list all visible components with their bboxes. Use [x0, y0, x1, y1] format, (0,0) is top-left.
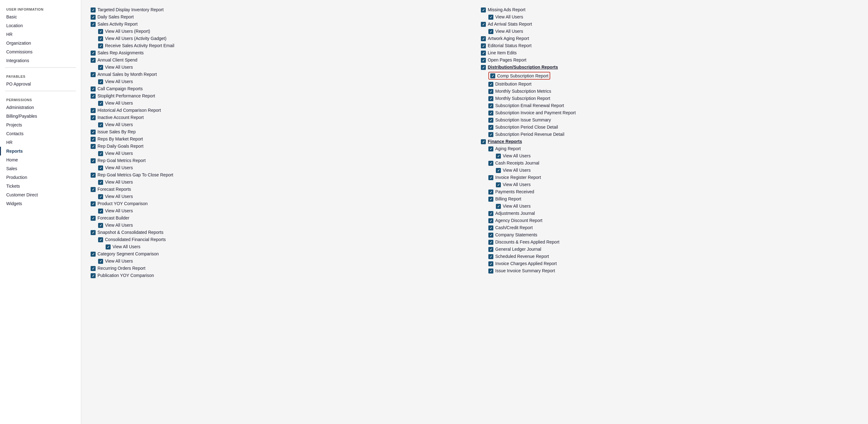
sidebar-item-hr[interactable]: HR — [0, 30, 81, 39]
perm-item[interactable]: Cash Receipts Journal — [481, 160, 859, 167]
perm-item[interactable]: Issue Invoice Summary Report — [481, 267, 859, 274]
perm-item[interactable]: Subscription Period Revenue Detail — [481, 131, 859, 138]
sidebar-item-location[interactable]: Location — [0, 21, 81, 30]
perm-item[interactable]: Sales Rep Assignments — [91, 49, 468, 57]
sidebar-item-integrations[interactable]: Integrations — [0, 56, 81, 65]
perm-item[interactable]: Stoplight Performance Report — [91, 92, 468, 100]
perm-item[interactable]: Rep Goal Metrics Gap To Close Report — [91, 171, 468, 178]
perm-item[interactable]: Call Campaign Reports — [91, 85, 468, 92]
perm-item[interactable]: View All Users — [91, 243, 468, 251]
perm-item[interactable]: View All Users (Report) — [91, 28, 468, 35]
perm-item[interactable]: View All Users — [481, 152, 859, 160]
perm-item[interactable]: View All Users — [91, 64, 468, 71]
perm-item[interactable]: Discounts & Fees Applied Report — [481, 238, 859, 246]
perm-item[interactable]: Monthly Subscription Report — [481, 95, 859, 102]
perm-item[interactable]: View All Users (Activity Gadget) — [91, 35, 468, 42]
perm-item[interactable]: General Ledger Journal — [481, 246, 859, 253]
perm-item[interactable]: Forecast Builder — [91, 215, 468, 222]
perm-item[interactable]: Subscription Issue Summary — [481, 117, 859, 124]
perm-item[interactable]: View All Users — [91, 193, 468, 200]
perm-item[interactable]: View All Users — [91, 222, 468, 229]
perm-item[interactable]: Recurring Orders Report — [91, 265, 468, 272]
sidebar-item-hr2[interactable]: HR — [0, 138, 81, 147]
sidebar-item-po-approval[interactable]: PO Approval — [0, 79, 81, 88]
perm-item[interactable]: Forecast Reports — [91, 186, 468, 193]
perm-item[interactable]: Inactive Account Report — [91, 114, 468, 121]
perm-item[interactable]: View All Users — [91, 100, 468, 107]
perm-item[interactable]: Reps By Market Report — [91, 135, 468, 143]
perm-item[interactable]: Snapshot & Consolidated Reports — [91, 229, 468, 236]
perm-item[interactable]: Invoice Charges Applied Report — [481, 260, 859, 267]
perm-item[interactable]: Aging Report — [481, 145, 859, 152]
perm-item[interactable]: Missing Ads Report — [481, 6, 859, 13]
sidebar-item-sales[interactable]: Sales — [0, 164, 81, 173]
perm-item[interactable]: Payments Received — [481, 188, 859, 195]
sidebar-item-tickets[interactable]: Tickets — [0, 182, 81, 191]
checkbox-icon — [98, 259, 103, 264]
perm-item[interactable]: View All Users — [481, 181, 859, 188]
perm-item[interactable]: Company Statements — [481, 231, 859, 238]
perm-item[interactable]: View All Users — [91, 258, 468, 265]
perm-item[interactable]: Invoice Register Report — [481, 174, 859, 181]
perm-item[interactable]: Ad Arrival Stats Report — [481, 21, 859, 28]
perm-item[interactable]: Rep Goal Metrics Report — [91, 157, 468, 164]
perm-item[interactable]: View All Users — [481, 203, 859, 210]
perm-item[interactable]: View All Users — [481, 13, 859, 21]
perm-item[interactable]: View All Users — [91, 207, 468, 215]
perm-label: Monthly Subscription Report — [495, 96, 550, 101]
checkbox-icon — [91, 158, 96, 163]
perm-item[interactable]: Annual Sales by Month Report — [91, 71, 468, 78]
perm-item[interactable]: View All Users — [91, 164, 468, 171]
perm-item[interactable]: Product YOY Comparison — [91, 200, 468, 207]
section-heading: Finance Reports — [488, 139, 522, 144]
perm-item[interactable]: Subscription Period Close Detail — [481, 124, 859, 131]
sidebar-item-administration[interactable]: Administration — [0, 103, 81, 112]
perm-item[interactable]: Billing Report — [481, 195, 859, 203]
perm-item[interactable]: Monthly Subscription Metrics — [481, 88, 859, 95]
perm-item[interactable]: Category Segment Comparison — [91, 251, 468, 258]
perm-item[interactable]: View All Users — [481, 167, 859, 174]
perm-item[interactable]: Issue Sales By Rep — [91, 128, 468, 135]
perm-item[interactable]: Scheduled Revenue Report — [481, 253, 859, 260]
sidebar-item-organization[interactable]: Organization — [0, 39, 81, 47]
perm-item[interactable]: Distribution Report — [481, 80, 859, 88]
perm-item[interactable]: View All Users — [91, 150, 468, 157]
perm-item[interactable]: Editorial Status Report — [481, 42, 859, 49]
perm-item[interactable]: Subscription Email Renewal Report — [481, 102, 859, 109]
perm-item[interactable]: Daily Sales Report — [91, 13, 468, 21]
perm-item[interactable]: Comp Subscription Report — [481, 71, 859, 80]
perm-item[interactable]: View All Users — [91, 178, 468, 186]
sidebar-item-home[interactable]: Home — [0, 156, 81, 164]
perm-item[interactable]: Cash/Credit Report — [481, 224, 859, 231]
perm-item[interactable]: Rep Daily Goals Report — [91, 143, 468, 150]
perm-item[interactable]: Adjustments Journal — [481, 210, 859, 217]
checkbox-icon — [481, 139, 486, 144]
perm-item[interactable]: Line Item Edits — [481, 49, 859, 57]
perm-item[interactable]: View All Users — [481, 28, 859, 35]
sidebar-item-billing-payables[interactable]: Billing/Payables — [0, 112, 81, 121]
sidebar-item-customer-direct[interactable]: Customer Direct — [0, 191, 81, 199]
checkbox-icon — [488, 132, 493, 137]
perm-item[interactable]: Consolidated Financial Reports — [91, 236, 468, 243]
checkbox-icon — [98, 101, 103, 106]
perm-item[interactable]: Agency Discount Report — [481, 217, 859, 224]
sidebar-item-production[interactable]: Production — [0, 173, 81, 182]
perm-item[interactable]: Open Pages Report — [481, 57, 859, 64]
perm-item[interactable]: Subscription Invoice and Payment Report — [481, 109, 859, 117]
sidebar-item-commissions[interactable]: Commissions — [0, 47, 81, 56]
perm-item[interactable]: Sales Activity Report — [91, 21, 468, 28]
perm-item[interactable]: Receive Sales Activity Report Email — [91, 42, 468, 49]
sidebar-item-projects[interactable]: Projects — [0, 121, 81, 129]
perm-item[interactable]: Artwork Aging Report — [481, 35, 859, 42]
sidebar-item-contacts[interactable]: Contacts — [0, 129, 81, 138]
checkbox-icon — [98, 29, 103, 34]
perm-item[interactable]: Publication YOY Comparison — [91, 272, 468, 279]
perm-item[interactable]: Annual Client Spend — [91, 57, 468, 64]
perm-item[interactable]: View All Users — [91, 78, 468, 85]
perm-item[interactable]: Targeted Display Inventory Report — [91, 6, 468, 13]
perm-item[interactable]: Historical Ad Comparison Report — [91, 107, 468, 114]
sidebar-item-basic[interactable]: Basic — [0, 12, 81, 21]
sidebar-item-widgets[interactable]: Widgets — [0, 199, 81, 208]
perm-item[interactable]: View All Users — [91, 121, 468, 128]
sidebar-item-reports[interactable]: Reports — [0, 147, 81, 156]
